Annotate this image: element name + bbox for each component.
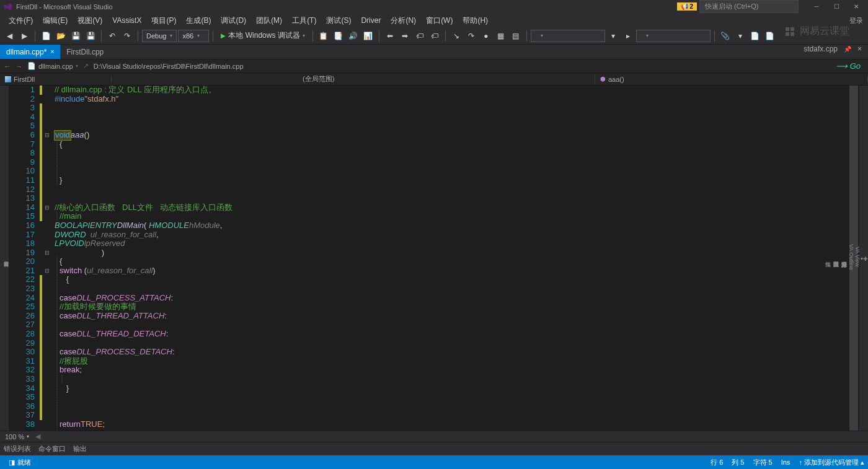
- maximize-button[interactable]: ☐: [827, 1, 846, 13]
- platform-combo[interactable]: x86: [178, 30, 209, 42]
- menu-工具(T)[interactable]: 工具(T): [287, 14, 321, 27]
- menu-调试(D)[interactable]: 调试(D): [216, 14, 251, 27]
- toolbar-btn-8[interactable]: 🏷: [428, 29, 441, 43]
- menu-生成(B)[interactable]: 生成(B): [181, 14, 216, 27]
- editor-tab-strip: dllmain.cpp* ×FirstDll.cpp stdafx.cpp 📌 …: [0, 45, 868, 59]
- play-icon: ▶: [221, 32, 226, 39]
- menu-分析(N)[interactable]: 分析(N): [386, 14, 421, 27]
- toolbar-btn-7[interactable]: 🏷: [413, 29, 427, 43]
- status-col: 列 5: [732, 458, 744, 467]
- context-bar: FirstDll (全局范围) ⬢ aaa(): [0, 73, 868, 85]
- toolbar-btn-13[interactable]: 📎: [719, 29, 732, 43]
- open-file-button[interactable]: 📂: [54, 29, 68, 43]
- toolbar-btn-2[interactable]: 📑: [332, 29, 345, 43]
- menu-视图(V)[interactable]: 视图(V): [73, 14, 107, 27]
- nav-back-button[interactable]: ◀: [2, 29, 16, 43]
- toolbar-btn-16[interactable]: 📄: [763, 29, 777, 43]
- tab-close-icon[interactable]: ×: [857, 45, 862, 53]
- save-all-button[interactable]: 💾: [84, 29, 97, 43]
- minimize-button[interactable]: ─: [807, 1, 826, 13]
- breakpoint-button[interactable]: ●: [479, 29, 493, 43]
- function-icon: ⬢: [600, 76, 606, 82]
- start-debug-button[interactable]: ▶ 本地 Windows 调试器 ▾: [217, 29, 308, 43]
- window-title: FirstDll - Microsoft Visual Studio: [16, 3, 113, 11]
- status-ready: ◨就绪: [4, 458, 36, 467]
- tool-VA Outline[interactable]: VA Outline: [848, 244, 854, 270]
- title-bar: FirstDll - Microsoft Visual Studio 📢 2 快…: [0, 0, 868, 14]
- new-file-button[interactable]: 📄: [39, 29, 53, 43]
- menu-窗口(W)[interactable]: 窗口(W): [421, 14, 458, 27]
- code-content[interactable]: // dllmain.cpp : 定义 DLL 应用程序的入口点。#includ…: [52, 85, 868, 431]
- source-control-button[interactable]: ↑ 添加到源代码管理 ▴: [799, 458, 864, 467]
- menu-测试(S)[interactable]: 测试(S): [321, 14, 356, 27]
- bottom-panel-tabs: 错误列表命令窗口输出: [0, 442, 868, 455]
- status-ins: Ins: [781, 458, 790, 466]
- toolbar-btn-10[interactable]: ▤: [509, 29, 523, 43]
- quick-launch-input[interactable]: 快速启动 (Ctrl+Q): [699, 0, 799, 13]
- step-over-button[interactable]: ↷: [464, 29, 478, 43]
- main-area: 服务器资源管理器工具箱 1234567891011121314151617181…: [0, 85, 868, 431]
- va-nav-bar: ← → 📄 dllmain.cpp ↗ D:\Visual Studio\rep…: [0, 59, 868, 73]
- config-combo[interactable]: Debug: [142, 30, 177, 42]
- menu-bar: 文件(F)编辑(E)视图(V)VAssistX项目(P)生成(B)调试(D)团队…: [0, 14, 868, 27]
- toolbar-btn-11[interactable]: ▾: [606, 29, 620, 43]
- scope-combo[interactable]: (全局范围): [112, 74, 595, 84]
- tab-pin-icon[interactable]: 📌: [844, 46, 851, 53]
- zoom-level[interactable]: 100 %: [5, 433, 24, 441]
- toolbar-btn-3[interactable]: 🔊: [347, 29, 360, 43]
- vs-logo-icon: [4, 2, 12, 11]
- toolbar-btn-14[interactable]: ▾: [733, 29, 747, 43]
- toolbar-btn-6[interactable]: ➡: [398, 29, 412, 43]
- menu-帮助(H)[interactable]: 帮助(H): [458, 14, 493, 27]
- toolbar-btn-12[interactable]: ▸: [621, 29, 635, 43]
- toolbar-btn-1[interactable]: 📋: [317, 29, 330, 43]
- dropdown-icon[interactable]: ▾: [861, 256, 863, 261]
- member-combo[interactable]: ⬢ aaa(): [595, 76, 868, 83]
- tab-FirstDll.cpp[interactable]: FirstDll.cpp: [60, 45, 110, 59]
- login-link[interactable]: 登录: [849, 16, 863, 25]
- toolbar-btn-5[interactable]: ⬅: [383, 29, 397, 43]
- bottom-tab-输出[interactable]: 输出: [73, 444, 87, 454]
- main-toolbar: ◀ ▶ 📄 📂 💾 💾 ↶ ↷ Debug x86 ▶ 本地 Windows 调…: [0, 27, 868, 45]
- split-button[interactable]: ✚: [863, 256, 868, 262]
- menu-文件(F)[interactable]: 文件(F): [4, 14, 38, 27]
- bottom-tab-命令窗口[interactable]: 命令窗口: [38, 444, 66, 454]
- project-combo[interactable]: FirstDll: [0, 76, 112, 83]
- toolbar-combo-2[interactable]: [636, 30, 711, 42]
- toolbar-btn-9[interactable]: ▦: [494, 29, 508, 43]
- status-char: 字符 5: [753, 458, 773, 467]
- toolbar-btn-15[interactable]: 📄: [748, 29, 762, 43]
- file-combo[interactable]: 📄 dllmain.cpp: [27, 62, 78, 70]
- step-into-button[interactable]: ↘: [450, 29, 463, 43]
- zoom-bar: 100 % ▾ ◀: [0, 431, 868, 442]
- va-go-button[interactable]: ⟶ Go: [836, 61, 864, 71]
- fold-column[interactable]: ⊟⊟⊟⊟: [42, 85, 52, 431]
- menu-Driver[interactable]: Driver: [356, 15, 386, 26]
- notification-badge[interactable]: 📢 2: [677, 2, 697, 11]
- status-line: 行 6: [711, 458, 723, 467]
- toolbar-btn-4[interactable]: 📊: [361, 29, 375, 43]
- menu-项目(P)[interactable]: 项目(P): [146, 14, 181, 27]
- status-bar: ◨就绪 行 6 列 5 字符 5 Ins ↑ 添加到源代码管理 ▴: [0, 455, 868, 469]
- nav-fwd-button[interactable]: ▶: [17, 29, 31, 43]
- menu-VAssistX[interactable]: VAssistX: [107, 15, 146, 26]
- project-icon: [5, 76, 11, 82]
- redo-button[interactable]: ↷: [120, 29, 134, 43]
- right-tool-rail[interactable]: ✚ ▾ VA ViewVA Outline解决方案资源管理器团队资源管理器属性: [859, 85, 868, 431]
- bottom-tab-错误列表[interactable]: 错误列表: [4, 444, 31, 454]
- tab-dllmain.cpp*[interactable]: dllmain.cpp* ×: [0, 45, 60, 59]
- menu-编辑(E)[interactable]: 编辑(E): [38, 14, 73, 27]
- line-gutter: 1234567891011121314151617181920212223242…: [9, 85, 40, 431]
- undo-button[interactable]: ↶: [105, 29, 119, 43]
- tool-VA View[interactable]: VA View: [854, 247, 861, 267]
- file-path: D:\Visual Studio\repos\FirstDll\FirstDll…: [94, 63, 244, 70]
- tab-close-icon[interactable]: ×: [50, 48, 54, 55]
- close-button[interactable]: ✕: [847, 1, 866, 13]
- menu-团队(M)[interactable]: 团队(M): [251, 14, 287, 27]
- right-document-tab[interactable]: stdafx.cpp: [804, 45, 838, 53]
- save-button[interactable]: 💾: [69, 29, 82, 43]
- toolbar-combo-1[interactable]: [531, 30, 605, 42]
- code-editor[interactable]: 1234567891011121314151617181920212223242…: [9, 85, 868, 431]
- left-tool-rail[interactable]: 服务器资源管理器工具箱: [0, 85, 9, 431]
